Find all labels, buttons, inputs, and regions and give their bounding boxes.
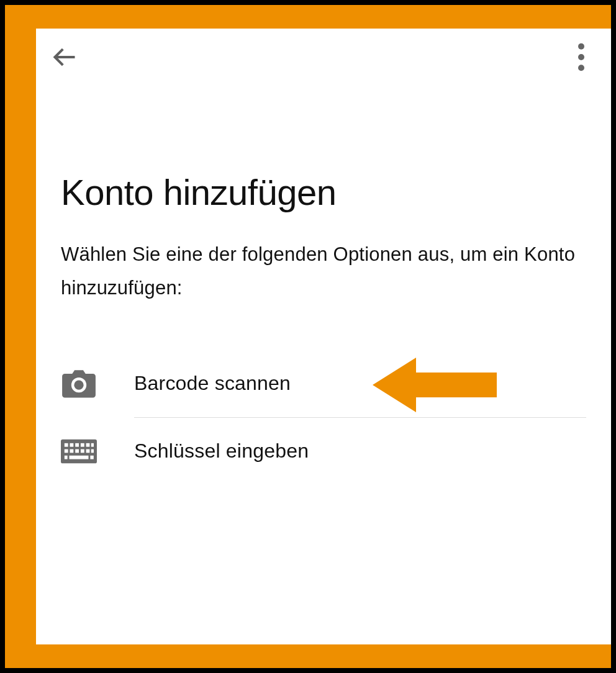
svg-point-1 xyxy=(578,43,584,50)
option-scan-barcode[interactable]: Barcode scannen xyxy=(61,350,586,417)
app-screen: Konto hinzufügen Wählen Sie eine der fol… xyxy=(36,29,611,644)
svg-rect-21 xyxy=(65,455,68,459)
svg-point-5 xyxy=(74,380,83,389)
svg-rect-18 xyxy=(86,449,90,453)
topbar xyxy=(36,29,611,84)
more-vertical-icon xyxy=(578,43,585,71)
option-label: Schlüssel eingeben xyxy=(134,440,309,463)
back-button[interactable] xyxy=(47,40,82,75)
page-title: Konto hinzufügen xyxy=(61,171,586,213)
outer-frame: Konto hinzufügen Wählen Sie eine der fol… xyxy=(5,5,611,668)
svg-rect-14 xyxy=(65,449,68,453)
svg-rect-9 xyxy=(70,443,74,446)
svg-rect-22 xyxy=(90,455,93,459)
svg-point-3 xyxy=(578,65,584,71)
svg-rect-20 xyxy=(70,455,89,459)
svg-rect-16 xyxy=(75,449,79,453)
svg-rect-12 xyxy=(86,443,90,446)
svg-marker-6 xyxy=(373,358,497,412)
svg-rect-17 xyxy=(81,449,84,453)
keyboard-icon xyxy=(61,435,101,468)
svg-point-2 xyxy=(578,54,584,60)
more-button[interactable] xyxy=(566,40,596,75)
option-enter-key[interactable]: Schlüssel eingeben xyxy=(61,418,586,485)
camera-icon xyxy=(61,367,101,400)
content: Konto hinzufügen Wählen Sie eine der fol… xyxy=(36,84,611,485)
page-subtitle: Wählen Sie eine der folgenden Optionen a… xyxy=(61,238,586,305)
svg-rect-11 xyxy=(81,443,84,446)
back-arrow-icon xyxy=(51,43,78,71)
option-label: Barcode scannen xyxy=(134,372,291,395)
svg-rect-8 xyxy=(65,443,68,446)
arrow-left-icon xyxy=(373,356,497,413)
svg-rect-15 xyxy=(70,449,74,453)
options-list: Barcode scannen xyxy=(61,350,586,485)
pointer-arrow-annotation xyxy=(373,356,497,416)
svg-rect-19 xyxy=(91,449,94,453)
svg-rect-10 xyxy=(75,443,79,446)
svg-rect-13 xyxy=(91,443,94,446)
